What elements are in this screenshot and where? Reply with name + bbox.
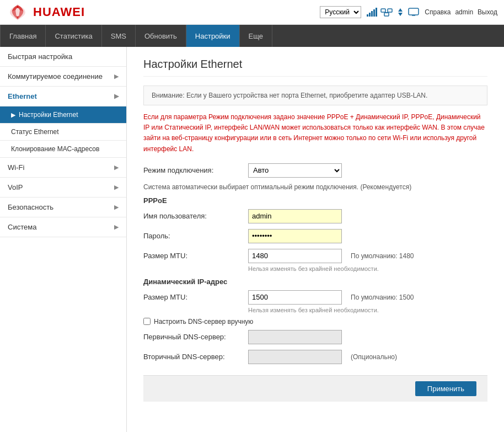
sidebar-subitem-mac-clone[interactable]: Клонирование МАС-адресов bbox=[0, 141, 126, 158]
admin-link[interactable]: admin bbox=[455, 8, 473, 16]
mtu-dynamic-row: Размер MTU: По умолчанию: 1500 bbox=[143, 290, 487, 305]
ethernet-arrow-icon: ▶ bbox=[114, 93, 119, 100]
pppoe-section-title: PPPoE bbox=[143, 196, 487, 205]
logout-link[interactable]: Выход bbox=[478, 8, 497, 16]
password-label: Пароль: bbox=[143, 232, 243, 240]
nav-item-sms[interactable]: SMS bbox=[102, 25, 136, 47]
sidebar-item-security-label: Безопасность bbox=[8, 203, 53, 211]
warning-box: Если для параметра Режим подключения зад… bbox=[143, 112, 487, 154]
connection-mode-select[interactable]: Авто bbox=[248, 163, 342, 178]
mtu-pppoe-row: Размер MTU: По умолчанию: 1480 bbox=[143, 249, 487, 263]
password-input[interactable] bbox=[248, 229, 342, 243]
username-label: Имя пользователя: bbox=[143, 212, 243, 220]
apply-button[interactable]: Применить bbox=[415, 381, 476, 396]
sidebar-subitem-ethernet-status-label: Статус Ethernet bbox=[11, 128, 59, 136]
mtu-pppoe-input[interactable] bbox=[248, 249, 342, 263]
sidebar-subitem-ethernet-settings[interactable]: ▶ Настройки Ethernet bbox=[0, 106, 126, 124]
nav-item-update[interactable]: Обновить bbox=[136, 25, 186, 47]
voip-arrow-icon: ▶ bbox=[114, 184, 119, 191]
mtu-dynamic-hint: Нельзя изменять без крайней необходимост… bbox=[248, 307, 487, 313]
sidebar-subitem-ethernet-status[interactable]: Статус Ethernet bbox=[0, 124, 126, 141]
signal-icons bbox=[367, 8, 419, 17]
dns-checkbox-label: Настроить DNS-сервер вручную bbox=[154, 318, 253, 326]
ethernet-submenu: ▶ Настройки Ethernet Статус Ethernet Кло… bbox=[0, 106, 126, 158]
bottom-bar: Применить bbox=[143, 375, 487, 402]
svg-rect-1 bbox=[388, 9, 392, 12]
sidebar-item-voip[interactable]: VoIP ▶ bbox=[0, 178, 126, 198]
dns-checkbox-row: Настроить DNS-сервер вручную bbox=[143, 318, 487, 326]
svg-rect-0 bbox=[381, 9, 385, 12]
signal-strength-icon bbox=[367, 8, 377, 17]
huawei-logo-icon bbox=[7, 3, 29, 21]
primary-dns-row: Первичный DNS-сервер: bbox=[143, 330, 487, 344]
active-arrow-icon: ▶ bbox=[11, 111, 15, 119]
network-icon bbox=[380, 8, 393, 17]
svg-marker-7 bbox=[398, 13, 403, 16]
top-links: Справка admin Выход bbox=[425, 8, 497, 16]
help-link[interactable]: Справка bbox=[425, 8, 451, 16]
sidebar-item-ethernet[interactable]: Ethernet ▶ bbox=[0, 87, 126, 106]
language-select[interactable]: Русский bbox=[320, 6, 361, 18]
logo-area: HUAWEI bbox=[7, 3, 85, 21]
nav-item-settings[interactable]: Настройки bbox=[186, 25, 240, 47]
svg-rect-2 bbox=[384, 13, 389, 16]
sidebar-item-dial-up[interactable]: Коммутируемое соединение ▶ bbox=[0, 67, 126, 87]
secondary-dns-hint: (Опционально) bbox=[351, 353, 397, 361]
security-arrow-icon: ▶ bbox=[114, 204, 119, 211]
top-right-area: Русский bbox=[320, 6, 497, 18]
connection-mode-label: Режим подключения: bbox=[143, 166, 243, 174]
dynamic-ip-section-title: Динамический IP-адрес bbox=[143, 278, 487, 286]
username-row: Имя пользователя: bbox=[143, 209, 487, 223]
dns-manual-checkbox[interactable] bbox=[143, 318, 151, 325]
logo-text: HUAWEI bbox=[33, 5, 85, 19]
sidebar-subitem-mac-clone-label: Клонирование МАС-адресов bbox=[11, 145, 99, 153]
info-box: Внимание: Если у Вашего устройства нет п… bbox=[143, 86, 487, 105]
primary-dns-label: Первичный DNS-сервер: bbox=[143, 333, 243, 341]
svg-rect-8 bbox=[409, 8, 419, 15]
sidebar-item-dial-up-label: Коммутируемое соединение bbox=[8, 72, 103, 81]
warning-message: Если для параметра Режим подключения зад… bbox=[143, 113, 485, 153]
sidebar-item-wifi[interactable]: Wi-Fi ▶ bbox=[0, 158, 126, 178]
page-title: Настройки Ethernet bbox=[143, 58, 487, 77]
sidebar-item-ethernet-label: Ethernet bbox=[8, 92, 37, 100]
sidebar: Быстрая настройка Коммутируемое соединен… bbox=[0, 47, 127, 432]
mtu-dynamic-input[interactable] bbox=[248, 290, 342, 305]
mtu-pppoe-hint: Нельзя изменять без крайней необходимост… bbox=[248, 265, 487, 272]
info-message: Внимание: Если у Вашего устройства нет п… bbox=[152, 92, 427, 99]
connection-mode-row: Режим подключения: Авто bbox=[143, 163, 487, 178]
top-bar: HUAWEI Русский bbox=[0, 0, 504, 25]
username-input[interactable] bbox=[248, 209, 342, 223]
sidebar-item-security[interactable]: Безопасность ▶ bbox=[0, 198, 126, 217]
primary-dns-input[interactable] bbox=[248, 330, 342, 344]
sidebar-subitem-ethernet-settings-label: Настройки Ethernet bbox=[19, 111, 78, 119]
sidebar-item-system-label: Система bbox=[8, 223, 36, 231]
content-area: Настройки Ethernet Внимание: Если у Ваше… bbox=[127, 47, 504, 432]
secondary-dns-label: Вторичный DNS-сервер: bbox=[143, 353, 243, 361]
mtu-pppoe-label: Размер MTU: bbox=[143, 252, 243, 260]
monitor-icon bbox=[408, 8, 419, 17]
svg-marker-6 bbox=[398, 8, 403, 12]
sidebar-item-wifi-label: Wi-Fi bbox=[8, 163, 24, 172]
secondary-dns-row: Вторичный DNS-сервер: (Опционально) bbox=[143, 350, 487, 364]
nav-item-home[interactable]: Главная bbox=[0, 25, 46, 47]
nav-item-statistics[interactable]: Статистика bbox=[46, 25, 101, 47]
main-layout: Быстрая настройка Коммутируемое соединен… bbox=[0, 47, 504, 432]
secondary-dns-input[interactable] bbox=[248, 350, 342, 364]
logo: HUAWEI bbox=[7, 3, 85, 21]
mtu-pppoe-default: По умолчанию: 1480 bbox=[351, 252, 414, 260]
connection-mode-hint: Система автоматически выбирает оптимальн… bbox=[143, 183, 487, 191]
nav-item-more[interactable]: Еще bbox=[240, 25, 272, 47]
nav-bar: Главная Статистика SMS Обновить Настройк… bbox=[0, 25, 504, 47]
mtu-dynamic-label: Размер MTU: bbox=[143, 293, 243, 301]
system-arrow-icon: ▶ bbox=[114, 223, 119, 231]
updown-arrow-icon bbox=[396, 8, 405, 17]
sidebar-item-voip-label: VoIP bbox=[8, 183, 23, 191]
dial-up-arrow-icon: ▶ bbox=[114, 73, 119, 80]
wifi-arrow-icon: ▶ bbox=[114, 164, 119, 171]
mtu-dynamic-default: По умолчанию: 1500 bbox=[351, 294, 414, 301]
sidebar-item-system[interactable]: Система ▶ bbox=[0, 217, 126, 237]
sidebar-item-quick-setup-label: Быстрая настройка bbox=[8, 52, 72, 61]
sidebar-item-quick-setup[interactable]: Быстрая настройка bbox=[0, 47, 126, 67]
password-row: Пароль: bbox=[143, 229, 487, 243]
